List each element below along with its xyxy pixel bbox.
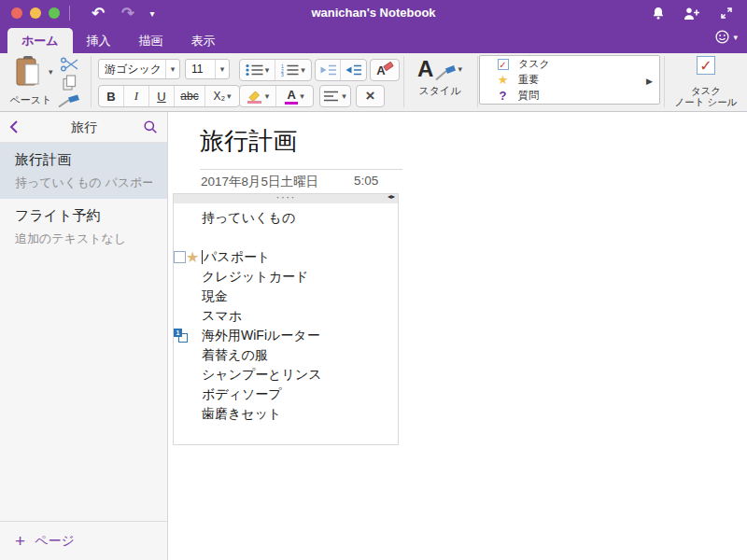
minimize-window-button[interactable] [30, 7, 41, 19]
note-item-text[interactable]: クレジットカード [202, 269, 308, 286]
copy-icon[interactable] [63, 75, 77, 91]
delete-x-icon: × [366, 87, 375, 105]
highlight-color-button[interactable]: ▾ [240, 86, 276, 106]
important-tag-star-icon[interactable]: ★ [186, 250, 199, 265]
cut-scissors-icon[interactable] [60, 57, 80, 72]
indent-group [315, 59, 367, 81]
font-color-letter: A [288, 88, 296, 102]
add-page-button[interactable]: + ページ [0, 521, 167, 560]
highlight-caret-icon: ▾ [265, 92, 270, 101]
alignment-icon [324, 91, 339, 102]
tab-insert[interactable]: 挿入 [73, 28, 125, 53]
share-add-person-icon[interactable] [680, 0, 704, 26]
clear-formatting-button[interactable]: A [370, 59, 400, 81]
paste-button[interactable]: ペースト [0, 93, 62, 107]
tag-task-item[interactable]: ✓ タスク [480, 56, 659, 72]
format-painter-brush-icon[interactable] [58, 94, 80, 108]
note-heading-row: 持っていくもの [174, 208, 398, 228]
fullscreen-expand-icon[interactable] [715, 0, 738, 26]
list-group: ▾ 123 ▾ [239, 59, 312, 81]
note-item-text[interactable]: ボディソープ [202, 386, 282, 403]
paste-dropdown-icon[interactable]: ▾ [49, 68, 53, 77]
undo-icon[interactable]: ↶ [86, 0, 110, 26]
task-checkbox-icon: ✓ [498, 59, 509, 70]
styles-letter: A [417, 57, 433, 81]
notifications-bell-icon[interactable] [648, 0, 669, 26]
note-item-text[interactable]: シャンプーとリンス [202, 367, 322, 384]
note-item-text[interactable]: パスポート [204, 249, 270, 266]
ribbon-tab-row: ホーム 挿入 描画 表示 ▾ [0, 26, 747, 53]
quick-access-dropdown-icon[interactable]: ▾ [144, 0, 161, 26]
paste-clipboard-icon[interactable] [14, 56, 44, 88]
note-container-header[interactable]: ···· ◂▸ [174, 194, 398, 203]
delete-button[interactable]: × [356, 85, 385, 107]
bullet-list-caret-icon: ▾ [265, 66, 270, 75]
tab-home[interactable]: ホーム [7, 28, 73, 53]
tab-view[interactable]: 表示 [177, 28, 230, 53]
alignment-caret-icon: ▾ [342, 92, 346, 101]
font-size-select[interactable]: 11 ▾ [185, 59, 230, 79]
page-sidebar: 旅行 旅行計画 持っていくもの パスポー… フライト予約 追加のテキストなし +… [0, 112, 168, 560]
note-item-text[interactable]: 歯磨きセット [202, 406, 281, 423]
font-name-select[interactable]: 游ゴシック ▾ [98, 59, 180, 79]
underline-button[interactable]: U [149, 86, 175, 106]
ribbon: ▾ ペースト 游ゴシック ▾ 11 ▾ B I U abc X₂ ▾ [0, 53, 747, 112]
zoom-window-button[interactable] [49, 7, 60, 19]
tag-question-item[interactable]: ? 質問 [480, 88, 659, 104]
text-cursor [202, 250, 203, 264]
styles-caret-icon: ▾ [458, 65, 462, 74]
note-item-text[interactable]: スマホ [202, 308, 242, 325]
close-window-button[interactable] [11, 7, 22, 19]
bold-button[interactable]: B [99, 86, 124, 106]
feedback-caret-icon: ▾ [733, 33, 738, 42]
numbered-list-button[interactable]: 123 ▾ [275, 60, 311, 80]
note-blank-row[interactable] [174, 228, 398, 247]
strikethrough-button[interactable]: abc [175, 86, 205, 106]
increase-indent-button[interactable] [341, 60, 366, 80]
decrease-indent-button[interactable] [316, 60, 341, 80]
note-resize-handle[interactable]: ◂▸ [388, 192, 395, 201]
note-item-row: クレジットカード [174, 267, 398, 287]
important-star-icon: ★ [496, 73, 510, 87]
custom-tag-1-icon[interactable]: 1 [174, 329, 189, 343]
note-item-text[interactable]: 海外用WiFiルーター [202, 328, 320, 344]
tag-important-item[interactable]: ★ 重要 [480, 72, 659, 88]
task-tag-checkbox[interactable] [174, 251, 186, 263]
bullet-list-button[interactable]: ▾ [240, 60, 275, 80]
styles-button[interactable]: A ▾ スタイル [409, 55, 471, 109]
feedback-smiley-icon[interactable]: ▾ [714, 29, 738, 45]
ribbon-separator [403, 56, 404, 107]
redo-icon[interactable]: ↷ [116, 0, 140, 26]
styles-brush-icon [434, 64, 457, 81]
note-item-row: 1 海外用WiFiルーター [174, 326, 398, 345]
color-group: ▾ A ▾ [239, 85, 314, 107]
page-date[interactable]: 2017年8月5日土曜日 [201, 174, 318, 190]
font-color-button[interactable]: A ▾ [276, 86, 313, 106]
note-heading[interactable]: 持っていくもの [202, 210, 295, 227]
note-drag-handle-icon[interactable]: ···· [174, 189, 398, 203]
search-icon[interactable] [143, 119, 158, 134]
task-note-seal-button[interactable]: ✓ タスク ノート シール [667, 53, 745, 111]
page-item-preview: 追加のテキストなし [15, 231, 152, 247]
tab-draw[interactable]: 描画 [125, 28, 177, 53]
ribbon-separator [91, 56, 92, 107]
note-item-text[interactable]: 着替えの服 [202, 347, 268, 364]
page-time[interactable]: 5:05 [354, 174, 378, 188]
note-item-row: ★ パスポート [174, 247, 398, 267]
page-list-item-flight-booking[interactable]: フライト予約 追加のテキストなし [0, 199, 167, 255]
italic-button[interactable]: I [124, 86, 149, 106]
increase-indent-icon [345, 63, 362, 77]
task-seal-check-icon: ✓ [697, 56, 715, 75]
note-item-row: ボディソープ [174, 385, 398, 404]
note-item-text[interactable]: 現金 [202, 288, 228, 305]
bullet-list-icon [246, 63, 263, 77]
gallery-more-arrow-icon[interactable]: ▶ [646, 77, 653, 86]
paragraph-alignment-button[interactable]: ▾ [319, 85, 351, 107]
subscript-button[interactable]: X₂ ▾ [205, 86, 239, 106]
note-item-row: スマホ [174, 306, 398, 326]
titlebar: ↶ ↷ ▾ wanichan's Notebook [0, 0, 747, 26]
page-list-item-travel-plan[interactable]: 旅行計画 持っていくもの パスポー… [0, 143, 167, 199]
svg-text:3: 3 [281, 72, 284, 77]
page-title[interactable]: 旅行計画 [200, 125, 297, 157]
task-seal-label-line2: ノート シール [667, 96, 745, 107]
